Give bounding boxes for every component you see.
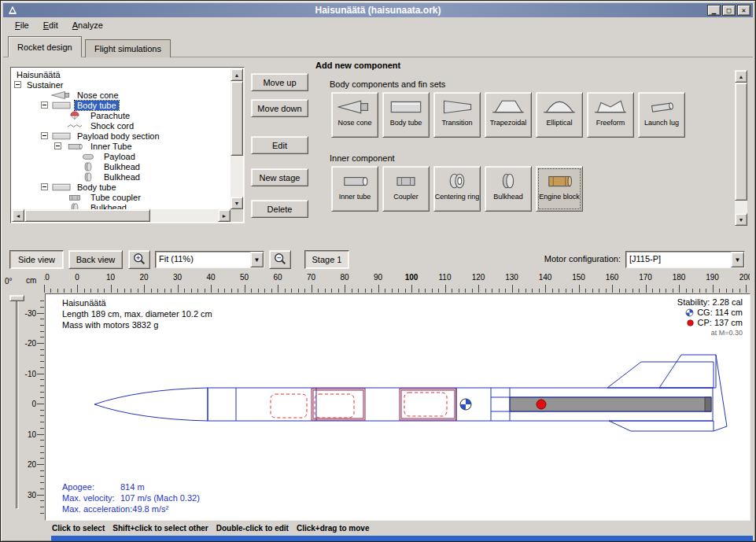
palette-scrollbar[interactable] bbox=[735, 70, 747, 226]
cg-value: CG: 114 cm bbox=[697, 308, 743, 318]
tree-item-bulkhead[interactable]: Bulkhead bbox=[13, 171, 230, 182]
tree-item-inner-tube[interactable]: Inner Tube bbox=[13, 141, 230, 151]
scroll-left-icon[interactable] bbox=[12, 209, 24, 222]
palette-engine-block-button[interactable]: Engine block bbox=[536, 166, 583, 212]
palette-centering-ring-button[interactable]: Centering ring bbox=[433, 166, 481, 212]
tree-item-parachute[interactable]: Parachute bbox=[13, 110, 230, 120]
tree-item-payload[interactable]: Payload bbox=[13, 151, 230, 161]
tree-horizontal-scrollbar[interactable] bbox=[12, 209, 230, 222]
cp-icon bbox=[686, 319, 695, 327]
scroll-down-icon[interactable] bbox=[735, 213, 747, 226]
palette-bulkhead-button[interactable]: Bulkhead bbox=[485, 166, 532, 212]
bulkhead-icon bbox=[491, 171, 526, 191]
cp-marker bbox=[537, 400, 546, 409]
menu-edit[interactable]: Edit bbox=[36, 18, 65, 32]
max-acceleration-label: Max. acceleration: bbox=[62, 503, 132, 514]
palette-freeform-button[interactable]: Freeform bbox=[587, 92, 634, 138]
menu-file[interactable]: File bbox=[8, 18, 36, 32]
collapse-toggle-icon[interactable] bbox=[14, 81, 21, 88]
stage-1-toggle[interactable]: Stage 1 bbox=[304, 250, 349, 269]
move-up-button[interactable]: Move up bbox=[251, 73, 308, 91]
tree-item-sustainer[interactable]: Sustainer bbox=[13, 79, 230, 90]
palette-body-tube-button[interactable]: Body tube bbox=[382, 92, 430, 138]
zoom-combobox[interactable]: Fit (11%) bbox=[155, 251, 264, 268]
palette-elliptical-button[interactable]: Elliptical bbox=[536, 92, 583, 138]
app-icon bbox=[7, 5, 18, 16]
nose-cone-icon bbox=[337, 97, 372, 117]
close-button[interactable]: ✕ bbox=[737, 5, 750, 16]
tree-item-shock-cord[interactable]: Shock cord bbox=[13, 120, 230, 131]
zoom-out-icon bbox=[273, 252, 287, 266]
component-tree[interactable]: Haisunäätä Sustainer Nose cone Body tube bbox=[13, 69, 230, 209]
vertical-ruler: -30-20-100102030 bbox=[23, 293, 44, 520]
app-window: Haisunäätä (haisunaata.ork) ▁ □ ✕ File E… bbox=[0, 0, 756, 542]
palette-coupler-button[interactable]: Coupler bbox=[382, 166, 430, 212]
scrollbar-thumb[interactable] bbox=[735, 83, 747, 201]
rocket-mass: Mass with motors 3832 g bbox=[62, 319, 212, 330]
panel-title: Add new component bbox=[315, 61, 400, 70]
collapse-toggle-icon[interactable] bbox=[54, 142, 61, 149]
window-title: Haisunäätä (haisunaata.ork) bbox=[315, 5, 441, 16]
collapse-toggle-icon[interactable] bbox=[41, 132, 48, 139]
scroll-up-icon[interactable] bbox=[230, 68, 243, 81]
tree-item-bulkhead-3[interactable]: Bulkhead bbox=[13, 202, 230, 209]
body-tube-icon bbox=[51, 183, 72, 192]
ruler-unit-label: cm bbox=[26, 276, 36, 285]
zoom-in-button[interactable] bbox=[128, 250, 150, 269]
tree-item-body-tube-2[interactable]: Body tube bbox=[13, 182, 230, 192]
tab-bar: Rocket design Flight simulations bbox=[3, 35, 753, 57]
motor-configuration-combobox[interactable]: [J115-P] bbox=[625, 251, 745, 268]
rotation-slider-track[interactable] bbox=[16, 298, 19, 509]
group-label-body-components: Body components and fin sets bbox=[330, 79, 445, 89]
component-tree-panel: Haisunäätä Sustainer Nose cone Body tube bbox=[10, 67, 245, 223]
palette-launch-lug-button[interactable]: Launch lug bbox=[638, 92, 685, 138]
maximize-button[interactable]: □ bbox=[722, 5, 736, 16]
scroll-down-icon[interactable] bbox=[230, 197, 243, 209]
tree-vertical-scrollbar[interactable] bbox=[230, 68, 243, 209]
hint-bar: Click to select Shift+click to select ot… bbox=[3, 522, 753, 535]
body-tube-icon bbox=[51, 131, 72, 141]
minimize-button[interactable]: ▁ bbox=[707, 5, 721, 16]
tree-item-rocket[interactable]: Haisunäätä bbox=[13, 69, 230, 79]
scrollbar-thumb[interactable] bbox=[24, 209, 150, 222]
hint-click: Click to select bbox=[52, 524, 105, 533]
horizontal-ruler: -100102030405060708090100110120130140150… bbox=[44, 273, 750, 293]
scroll-up-icon[interactable] bbox=[735, 70, 747, 83]
motor-configuration-label: Motor configuration: bbox=[544, 254, 621, 264]
rotation-slider-thumb[interactable] bbox=[9, 295, 24, 301]
fin-lower bbox=[609, 421, 714, 431]
palette-nose-cone-button[interactable]: Nose cone bbox=[331, 92, 378, 138]
collapse-toggle-icon[interactable] bbox=[41, 183, 48, 190]
scrollbar-thumb[interactable] bbox=[230, 81, 243, 156]
tree-item-nose-cone[interactable]: Nose cone bbox=[13, 90, 230, 100]
inner-tube-icon bbox=[65, 142, 85, 151]
chevron-down-icon[interactable] bbox=[731, 252, 744, 267]
chevron-down-icon[interactable] bbox=[250, 252, 264, 267]
palette-inner-tube-button[interactable]: Inner tube bbox=[331, 166, 378, 212]
collapse-toggle-icon[interactable] bbox=[41, 101, 48, 109]
move-down-button[interactable]: Move down bbox=[251, 99, 308, 117]
edit-button[interactable]: Edit bbox=[251, 136, 308, 154]
max-velocity-value: 107 m/s (Mach 0.32) bbox=[120, 492, 200, 503]
max-acceleration-value: 49.8 m/s² bbox=[132, 503, 168, 514]
palette-transition-button[interactable]: Transition bbox=[433, 92, 481, 138]
palette-trapezoidal-button[interactable]: Trapezoidal bbox=[485, 92, 532, 138]
tab-flight-simulations[interactable]: Flight simulations bbox=[85, 39, 171, 57]
title-bar[interactable]: Haisunäätä (haisunaata.ork) ▁ □ ✕ bbox=[3, 3, 753, 17]
cp-value: CP: 137 cm bbox=[698, 318, 743, 328]
menu-bar: File Edit Analyze bbox=[3, 17, 753, 33]
back-view-button[interactable]: Back view bbox=[68, 250, 123, 269]
zoom-out-button[interactable] bbox=[269, 250, 291, 269]
tree-item-payload-body-section[interactable]: Payload body section bbox=[13, 131, 230, 141]
new-stage-button[interactable]: New stage bbox=[251, 168, 308, 186]
tree-item-body-tube[interactable]: Body tube bbox=[13, 100, 230, 110]
scroll-right-icon[interactable] bbox=[218, 209, 230, 222]
menu-analyze[interactable]: Analyze bbox=[65, 18, 110, 32]
side-view-button[interactable]: Side view bbox=[9, 250, 64, 269]
elliptical-fin-icon bbox=[542, 97, 577, 117]
delete-button[interactable]: Delete bbox=[251, 200, 308, 218]
freeform-fin-icon bbox=[593, 97, 628, 117]
tree-item-tube-coupler[interactable]: Tube coupler bbox=[13, 192, 230, 202]
tab-rocket-design[interactable]: Rocket design bbox=[8, 36, 82, 57]
tree-item-bulkhead[interactable]: Bulkhead bbox=[13, 161, 230, 171]
